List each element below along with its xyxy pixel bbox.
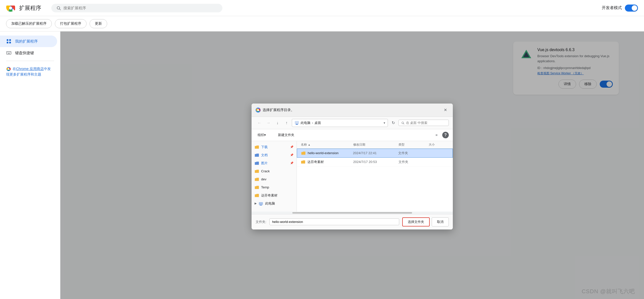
sidebar-downloads[interactable]: 下载 📌: [252, 143, 297, 151]
top-bar: 扩展程序 开发者模式: [0, 0, 644, 16]
dialog-titlebar: 选择扩展程序目录。 ✕: [252, 104, 453, 117]
pin-icon-2: 📌: [290, 153, 294, 157]
sidebar-dev[interactable]: dev: [252, 175, 297, 183]
sidebar-crack-label: Crack: [261, 169, 270, 173]
select-folder-button[interactable]: 选择文件夹: [402, 217, 430, 226]
dialog-scrollbar[interactable]: [252, 212, 453, 214]
sidebar-davinci-label: 达芬奇素材: [261, 193, 277, 198]
path-dropdown-button[interactable]: ▾: [384, 121, 385, 125]
dev-mode-area: 开发者模式: [602, 5, 638, 12]
chevron-icon: ▶: [255, 202, 257, 205]
file-row-davinci[interactable]: 达芬奇素材 2024/7/17 20:53 文件夹: [297, 158, 453, 167]
sidebar-my-extensions-label: 我的扩展程序: [15, 39, 38, 44]
dialog-toolbar: 组织▾ 新建文件夹 ≡ ?: [252, 129, 453, 141]
new-folder-button[interactable]: 新建文件夹: [276, 132, 296, 138]
col-name-header[interactable]: 名称 ▲: [301, 143, 353, 147]
dialog-file-list: 名称 ▲ 修改日期 类型 大小: [297, 141, 453, 212]
pin-icon-3: 📌: [290, 161, 294, 165]
nav-back-button[interactable]: ←: [256, 119, 263, 127]
main-layout: 我的扩展程序 键盘快捷键 在Chrome 应用商店中发现更多扩展程序和主题: [0, 31, 644, 299]
sidebar-dev-label: dev: [261, 177, 266, 181]
dialog-body: 下载 📌 文档 📌: [252, 141, 453, 212]
sidebar-discover-link[interactable]: 在Chrome 应用商店中发现更多扩展程序和主题: [0, 63, 60, 80]
dialog-scrollbar-thumb: [292, 212, 412, 214]
dialog-sidebar: 下载 📌 文档 📌: [252, 141, 297, 212]
folder-label: 文件夹:: [256, 220, 266, 224]
svg-rect-30: [260, 205, 262, 205]
nav-down-button[interactable]: ↓: [274, 119, 281, 127]
sidebar-item-keyboard-shortcuts[interactable]: 键盘快捷键: [0, 47, 57, 59]
update-button[interactable]: 更新: [90, 19, 107, 28]
dev-folder-icon: [255, 177, 259, 182]
svg-rect-28: [259, 202, 263, 205]
svg-rect-24: [296, 124, 298, 124]
page-title: 扩展程序: [19, 4, 41, 12]
nav-forward-button[interactable]: →: [265, 119, 272, 127]
col-name-label: 名称: [301, 143, 307, 147]
svg-rect-6: [9, 39, 11, 41]
file-name-col: hello-world-extension: [301, 151, 353, 155]
col-type-header: 类型: [398, 143, 429, 147]
sidebar-temp-label: Temp: [261, 185, 269, 189]
svg-point-2: [9, 7, 12, 10]
dialog-chrome-icon: [256, 108, 261, 113]
cancel-button[interactable]: 取消: [432, 217, 449, 226]
sort-icon: ▲: [308, 143, 310, 146]
path-part-1: 此电脑: [301, 121, 310, 125]
file-name-davinci: 达芬奇素材: [307, 160, 353, 164]
view-options-button[interactable]: ≡: [433, 131, 440, 139]
dialog-close-button[interactable]: ✕: [442, 107, 449, 114]
nav-up-button[interactable]: ↑: [283, 119, 290, 127]
file-dialog: 选择扩展程序目录。 ✕ ← → ↓ ↑ 此电脑: [252, 104, 453, 229]
toolbar-right: ≡ ?: [433, 131, 449, 139]
load-unpacked-button[interactable]: 加载已解压的扩展程序: [6, 19, 52, 28]
modal-overlay: 选择扩展程序目录。 ✕ ← → ↓ ↑ 此电脑: [60, 31, 644, 299]
svg-rect-5: [7, 39, 8, 41]
file-row-hello-world[interactable]: hello-world-extension 2024/7/17 22:41 文件…: [297, 149, 453, 158]
folder-icon-hello-world: [301, 151, 306, 155]
search-icon: [56, 6, 61, 10]
path-part-2: 桌面: [314, 121, 321, 125]
file-type-davinci: 文件夹: [398, 160, 429, 164]
svg-point-17: [8, 68, 9, 70]
dialog-search-bar: [398, 120, 449, 126]
col-date-header: 修改日期: [353, 143, 398, 147]
sidebar-documents[interactable]: 文档 📌: [252, 151, 297, 159]
svg-line-27: [403, 123, 404, 124]
dialog-title: 选择扩展程序目录。: [263, 108, 440, 112]
help-button[interactable]: ?: [442, 132, 449, 138]
col-size-header: 大小: [429, 143, 449, 147]
file-list-header: 名称 ▲ 修改日期 类型 大小: [297, 141, 453, 149]
download-folder-icon: [255, 145, 259, 149]
sidebar-temp[interactable]: Temp: [252, 183, 297, 191]
search-input[interactable]: [63, 6, 217, 10]
content-area: Vue.js devtools 6.6.3 Browser DevTools e…: [60, 31, 644, 299]
documents-folder-icon: [255, 153, 259, 157]
search-box: [51, 4, 222, 12]
sidebar-crack[interactable]: Crack: [252, 167, 297, 175]
pin-icon: 📌: [290, 145, 294, 149]
sidebar-computer-label: 此电脑: [265, 201, 275, 206]
dev-mode-toggle[interactable]: [625, 5, 638, 12]
puzzle-icon: [6, 39, 12, 44]
organize-button[interactable]: 组织▾: [256, 132, 268, 138]
svg-rect-7: [7, 42, 8, 43]
dialog-footer: 文件夹: 选择文件夹 取消: [252, 214, 453, 229]
sidebar-pictures-label: 图片: [261, 161, 268, 165]
sub-toolbar: 加载已解压的扩展程序 打包扩展程序 更新: [0, 16, 644, 31]
pack-extension-button[interactable]: 打包扩展程序: [55, 19, 87, 28]
davinci-folder-icon: [255, 193, 259, 198]
file-type-hello-world: 文件夹: [398, 151, 428, 155]
file-date-davinci: 2024/7/17 20:53: [353, 160, 398, 164]
folder-input[interactable]: [269, 218, 399, 225]
dialog-search-input[interactable]: [406, 121, 446, 125]
path-refresh-button[interactable]: ↻: [389, 119, 397, 127]
sidebar-pictures[interactable]: 图片 📌: [252, 159, 297, 167]
dialog-navbar: ← → ↓ ↑ 此电脑 › 桌面 ▾: [252, 117, 453, 129]
dev-mode-label: 开发者模式: [602, 5, 622, 11]
sidebar-davinci[interactable]: 达芬奇素材: [252, 191, 297, 200]
sidebar-item-my-extensions[interactable]: 我的扩展程序: [0, 36, 57, 47]
sidebar-my-computer[interactable]: ▶ 此电脑: [252, 200, 297, 208]
svg-rect-25: [296, 124, 298, 125]
svg-rect-23: [295, 121, 299, 124]
